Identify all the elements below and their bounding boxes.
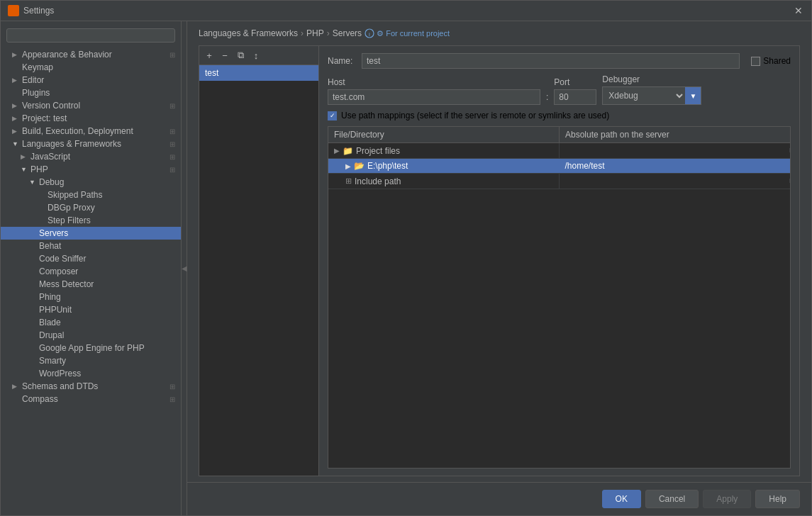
content-area: ▶ Appearance & Behavior ⊞ Keymap ▶ Edito…: [1, 21, 811, 515]
sidebar-item-php[interactable]: ▼ PHP ⊞: [1, 163, 181, 176]
title-bar: Settings ✕: [1, 1, 811, 21]
table-row[interactable]: ⊞ Include path: [328, 174, 790, 189]
sidebar-item-step-filters[interactable]: Step Filters: [1, 214, 181, 227]
name-label: Name:: [328, 56, 356, 66]
sidebar-item-label: Plugins: [22, 88, 50, 98]
arrow-icon: ▶: [12, 383, 19, 390]
mapping-label: Use path mappings (select if the server …: [341, 111, 609, 120]
debugger-select-wrap: Xdebug Zend Debugger ▼: [602, 86, 701, 105]
shared-checkbox[interactable]: [751, 57, 760, 66]
sidebar-item-appearance[interactable]: ▶ Appearance & Behavior ⊞: [1, 48, 181, 61]
sidebar-item-composer[interactable]: Composer: [1, 265, 181, 278]
debugger-dropdown-button[interactable]: ▼: [685, 87, 701, 104]
arrow-icon: ▼: [21, 166, 28, 173]
sidebar-item-servers[interactable]: Servers: [1, 227, 181, 240]
sidebar-item-version-control[interactable]: ▶ Version Control ⊞: [1, 99, 181, 112]
col-abs-header: Absolute path on the server: [560, 127, 790, 142]
ok-button[interactable]: OK: [602, 490, 641, 508]
sidebar-item-phing[interactable]: Phing: [1, 291, 181, 303]
cancel-button[interactable]: Cancel: [645, 490, 699, 508]
row-label: Include path: [355, 176, 401, 186]
breadcrumb-part3: Servers: [333, 28, 362, 38]
expand-icon: ⊞: [169, 396, 175, 403]
folder-open-icon: 📂: [354, 161, 365, 171]
sidebar-item-languages[interactable]: ▼ Languages & Frameworks ⊞: [1, 138, 181, 150]
table-body: ▶ 📁 Project files: [328, 143, 790, 468]
sidebar-item-phpunit[interactable]: PHPUnit: [1, 303, 181, 316]
sidebar-item-skipped-paths[interactable]: Skipped Paths: [1, 189, 181, 201]
table-row[interactable]: ▶ 📂 E:\php\test /home/test: [328, 159, 790, 174]
sidebar-item-label: Appearance & Behavior: [22, 50, 112, 60]
main-panel: Languages & Frameworks › PHP › Servers i…: [187, 21, 811, 515]
sidebar-item-label: Code Sniffer: [39, 254, 87, 264]
server-name: test: [205, 68, 218, 78]
arrow-icon: ▶: [12, 51, 19, 58]
server-name-input[interactable]: [362, 53, 740, 69]
sidebar-item-schemas[interactable]: ▶ Schemas and DTDs ⊞: [1, 380, 181, 393]
port-label: Port: [554, 77, 596, 87]
sidebar-item-label: Servers: [39, 228, 68, 238]
info-icon: i: [365, 28, 374, 38]
sidebar-item-plugins[interactable]: Plugins: [1, 86, 181, 99]
remove-server-button[interactable]: −: [218, 48, 232, 62]
breadcrumb-part2: PHP: [306, 28, 324, 38]
sidebar-item-mess-detector[interactable]: Mess Detector: [1, 278, 181, 291]
sidebar-item-wordpress[interactable]: WordPress: [1, 367, 181, 380]
footer: OK Cancel Apply Help: [187, 482, 811, 515]
settings-window: Settings ✕ ▶ Appearance & Behavior ⊞ Key…: [0, 0, 812, 516]
search-input[interactable]: [6, 28, 175, 43]
server-toolbar: + − ⧉ ↕: [199, 46, 318, 65]
arrow-icon: ▶: [12, 102, 19, 109]
sidebar-item-label: DBGp Proxy: [48, 203, 95, 213]
sidebar-item-label: Keymap: [22, 62, 53, 72]
table-cell-file: ▶ 📁 Project files: [328, 143, 560, 158]
path-mapping-checkbox[interactable]: ✓: [328, 111, 337, 120]
server-list-panel: + − ⧉ ↕ test: [199, 45, 319, 476]
sidebar-item-label: PHP: [30, 164, 48, 174]
sidebar-item-label: Editor: [22, 75, 44, 85]
sidebar-item-label: Step Filters: [48, 215, 91, 225]
apply-button[interactable]: Apply: [703, 490, 751, 508]
table-cell-abs: [560, 179, 791, 183]
expand-arrow-icon: ▶: [345, 162, 351, 170]
host-label: Host: [328, 77, 540, 87]
sidebar-item-dbgp-proxy[interactable]: DBGp Proxy: [1, 201, 181, 214]
sidebar-item-editor[interactable]: ▶ Editor: [1, 74, 181, 86]
sidebar-collapse-handle[interactable]: ◀: [182, 21, 187, 515]
debugger-group: Debugger Xdebug Zend Debugger ▼: [602, 74, 701, 105]
shared-row: Shared: [751, 56, 791, 66]
table-cell-abs: /home/test: [560, 159, 791, 173]
sidebar-item-drupal[interactable]: Drupal: [1, 329, 181, 342]
sidebar-item-label: JavaScript: [30, 152, 70, 162]
expand-icon: ⊞: [169, 102, 175, 110]
project-note: i ⚙ For current project: [365, 28, 450, 38]
debugger-select[interactable]: Xdebug Zend Debugger: [603, 89, 685, 103]
close-button[interactable]: ✕: [793, 5, 804, 16]
sidebar-item-code-sniffer[interactable]: Code Sniffer: [1, 252, 181, 265]
sidebar-item-javascript[interactable]: ▶ JavaScript ⊞: [1, 150, 181, 163]
arrow-icon: ▶: [12, 128, 19, 135]
sidebar-item-label: Composer: [39, 267, 78, 276]
sidebar-item-debug[interactable]: ▼ Debug: [1, 176, 181, 189]
port-input[interactable]: [554, 89, 596, 105]
sidebar-item-label: Debug: [39, 177, 64, 187]
sidebar-item-compass[interactable]: Compass ⊞: [1, 393, 181, 405]
settings-body: + − ⧉ ↕ test: [187, 43, 811, 482]
copy-server-button[interactable]: ⧉: [233, 48, 248, 62]
breadcrumb-sep1: ›: [301, 28, 304, 38]
sidebar-item-gae[interactable]: Google App Engine for PHP: [1, 342, 181, 354]
sidebar-item-behat[interactable]: Behat: [1, 240, 181, 252]
sidebar-item-label: Schemas and DTDs: [22, 381, 98, 391]
sidebar-item-build[interactable]: ▶ Build, Execution, Deployment ⊞: [1, 125, 181, 138]
server-list-item[interactable]: test: [199, 65, 318, 81]
host-input[interactable]: [328, 89, 540, 105]
sidebar-item-keymap[interactable]: Keymap: [1, 61, 181, 74]
sidebar-item-project[interactable]: ▶ Project: test: [1, 112, 181, 125]
table-row[interactable]: ▶ 📁 Project files: [328, 143, 790, 159]
move-server-button[interactable]: ↕: [249, 48, 263, 62]
sidebar-item-blade[interactable]: Blade: [1, 316, 181, 329]
add-server-button[interactable]: +: [202, 48, 216, 62]
sidebar-item-smarty[interactable]: Smarty: [1, 354, 181, 367]
help-button[interactable]: Help: [755, 490, 800, 508]
sidebar: ▶ Appearance & Behavior ⊞ Keymap ▶ Edito…: [1, 21, 182, 515]
